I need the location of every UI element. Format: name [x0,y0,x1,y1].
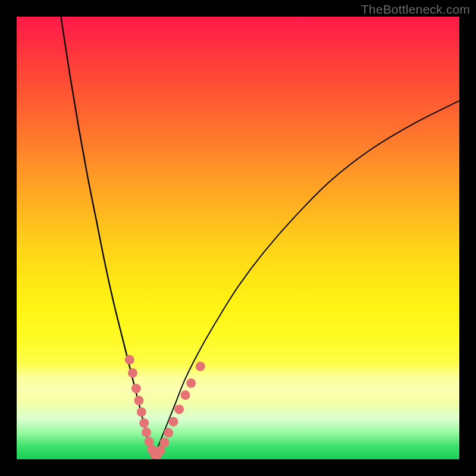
marker-dot [174,405,184,414]
marker-dot [142,428,151,437]
marker-dot [128,368,137,378]
chart-frame: TheBottleneck.com [0,0,476,476]
marker-dots [125,355,205,459]
marker-dot [139,418,149,428]
marker-dot [168,417,178,427]
marker-dot [196,362,205,371]
marker-dot [131,384,141,393]
chart-svg [17,17,459,459]
marker-dot [134,396,143,405]
marker-dot [186,378,196,388]
watermark-label: TheBottleneck.com [361,2,470,17]
marker-dot [125,355,134,365]
chart-plot-area [17,17,459,459]
marker-dot [137,407,146,416]
left-curve [61,17,154,459]
right-curve [154,101,459,459]
marker-dot [159,438,169,447]
marker-dot [180,390,190,400]
marker-dot [164,428,173,437]
